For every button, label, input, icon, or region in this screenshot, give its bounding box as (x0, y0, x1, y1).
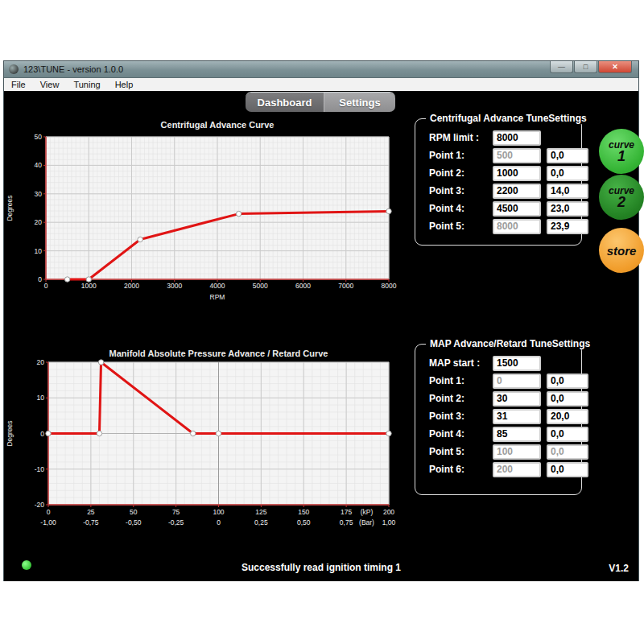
cent-point3-label: Point 3: (429, 185, 493, 196)
map-point1-deg-input[interactable] (547, 374, 588, 389)
svg-text:Manifold Absolute Pressure Adv: Manifold Absolute Pressure Advance / Ret… (109, 349, 328, 358)
status-message: Successfully read ignition timing 1 (4, 562, 638, 573)
rpm-limit-row: RPM limit : (415, 129, 581, 147)
maximize-button[interactable]: □ (574, 61, 597, 73)
cent-point2-label: Point 2: (429, 167, 493, 179)
svg-text:-10: -10 (35, 465, 45, 473)
cent-point2-deg-input[interactable] (547, 166, 588, 181)
cent-point3-deg-input[interactable] (547, 184, 588, 199)
svg-text:7000: 7000 (338, 282, 353, 290)
cent-point1-deg-input[interactable] (547, 148, 588, 163)
map-start-input[interactable] (493, 356, 541, 371)
menu-help[interactable]: Help (108, 80, 141, 89)
cent-point2-rpm-input[interactable] (493, 166, 541, 181)
svg-text:50: 50 (130, 508, 138, 516)
map-start-label: MAP start : (429, 357, 493, 369)
map-point4-kpa-input[interactable] (493, 427, 541, 442)
map-point5-row: Point 5: (415, 443, 581, 460)
map-point2-row: Point 2: (415, 390, 581, 407)
svg-text:-1,00: -1,00 (40, 518, 56, 526)
svg-text:1000: 1000 (81, 282, 97, 290)
svg-text:30: 30 (35, 190, 43, 198)
close-button[interactable]: ✕ (598, 61, 632, 73)
svg-text:50: 50 (35, 133, 43, 141)
map-point4-deg-input[interactable] (547, 427, 588, 442)
window-title: 123\TUNE - version 1.0.0 (23, 64, 123, 74)
map-point2-deg-input[interactable] (547, 391, 588, 407)
map-point1-row: Point 1: (415, 372, 581, 390)
map-advance-retard-chart: 0-1,0025-0,7550-0,5075-0,2510001250,2515… (4, 344, 407, 540)
maximize-icon: □ (584, 64, 588, 71)
centrifugal-settings-panel: Centrifugal Advance TuneSettings RPM lim… (415, 118, 582, 246)
svg-text:25: 25 (87, 508, 95, 516)
curve-point (64, 277, 69, 282)
curve-point (386, 208, 391, 213)
svg-text:1,00: 1,00 (382, 518, 396, 526)
svg-text:20: 20 (37, 358, 45, 366)
map-point2-kpa-input[interactable] (493, 391, 541, 407)
map-point3-kpa-input[interactable] (493, 409, 541, 424)
map-point4-label: Point 4: (429, 428, 493, 440)
cent-point1-row: Point 1: (415, 147, 581, 164)
svg-text:150: 150 (298, 508, 309, 516)
cent-point1-label: Point 1: (429, 150, 493, 161)
curve-point (98, 360, 103, 365)
app-icon (9, 64, 19, 74)
minimize-icon: — (558, 64, 565, 71)
minimize-button[interactable]: — (550, 61, 573, 73)
map-point3-deg-input[interactable] (547, 409, 588, 424)
cent-point4-row: Point 4: (415, 200, 581, 217)
svg-text:-0,75: -0,75 (83, 518, 99, 526)
svg-text:200: 200 (383, 508, 394, 516)
cent-point4-deg-input[interactable] (547, 201, 588, 217)
svg-text:75: 75 (172, 508, 180, 516)
svg-text:175: 175 (341, 508, 352, 516)
curve-2-button-number: 2 (617, 196, 625, 209)
rpm-limit-input[interactable] (493, 130, 541, 146)
map-start-row: MAP start : (415, 354, 581, 372)
map-point6-label: Point 6: (429, 464, 493, 475)
tab-settings[interactable]: Settings (324, 93, 395, 112)
svg-text:-20: -20 (35, 501, 45, 509)
menu-file[interactable]: File (4, 80, 33, 89)
svg-text:Centrifugal Advance Curve: Centrifugal Advance Curve (161, 120, 275, 130)
cent-point3-rpm-input[interactable] (493, 184, 541, 199)
map-point5-deg-input (547, 444, 588, 460)
svg-text:6000: 6000 (295, 282, 311, 290)
svg-text:20: 20 (35, 218, 43, 226)
main-content: Dashboard Settings 010002000300040005000… (4, 91, 638, 581)
store-button[interactable]: store (599, 228, 644, 273)
version-label: V1.2 (609, 563, 629, 574)
app-window: 123\TUNE - version 1.0.0 — □ ✕ File View… (3, 60, 639, 581)
tab-dashboard[interactable]: Dashboard (246, 93, 324, 112)
cent-point4-label: Point 4: (429, 203, 493, 214)
curve-point (86, 277, 91, 282)
svg-text:0: 0 (217, 518, 221, 526)
svg-text:2000: 2000 (124, 282, 139, 290)
map-point1-label: Point 1: (429, 375, 493, 386)
cent-point5-deg-input[interactable] (547, 219, 588, 234)
title-bar[interactable]: 123\TUNE - version 1.0.0 — □ ✕ (4, 61, 638, 78)
svg-text:10: 10 (37, 394, 45, 402)
map-point5-kpa-input (493, 444, 541, 460)
cent-point4-rpm-input[interactable] (493, 201, 541, 217)
svg-text:40: 40 (35, 161, 43, 169)
svg-text:Degrees: Degrees (6, 195, 14, 221)
centrifugal-advance-chart: 0100020003000400050006000700080000102030… (4, 115, 407, 308)
map-point6-deg-input[interactable] (547, 462, 588, 477)
svg-text:(Bar): (Bar) (359, 518, 374, 526)
svg-text:Degrees: Degrees (6, 420, 14, 446)
map-panel-title: MAP Advance/Retard TuneSettings (426, 338, 594, 349)
curve-2-button[interactable]: curve 2 (599, 175, 644, 220)
curve-point (191, 431, 196, 436)
cent-point2-row: Point 2: (415, 164, 581, 182)
map-point6-row: Point 6: (415, 460, 581, 478)
curve-1-button[interactable]: curve 1 (599, 129, 644, 174)
cent-point5-label: Point 5: (429, 221, 493, 232)
svg-text:5000: 5000 (253, 282, 268, 290)
menu-tuning[interactable]: Tuning (66, 80, 107, 89)
curve-point (216, 431, 221, 436)
menu-view[interactable]: View (33, 80, 67, 89)
curve-point (138, 237, 142, 242)
curve-point (386, 431, 391, 436)
